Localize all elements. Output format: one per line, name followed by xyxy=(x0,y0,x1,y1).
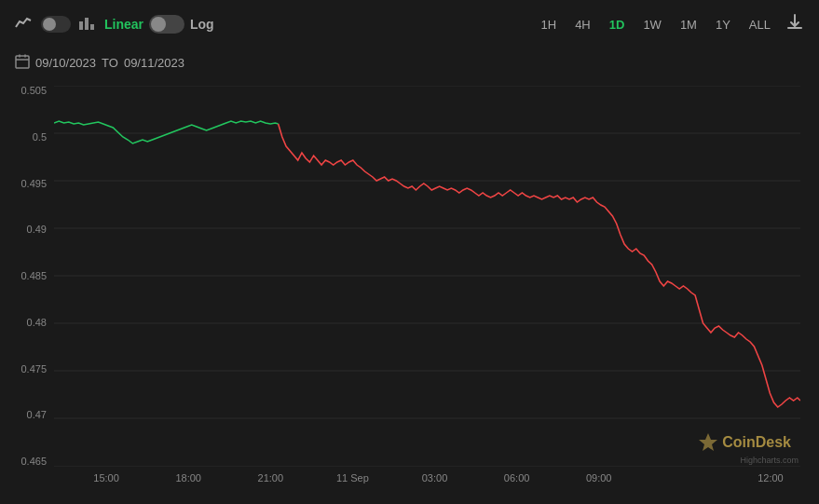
toolbar: Linear Log 1H 4H 1D 1W 1M 1Y ALL xyxy=(0,0,819,48)
time-1y[interactable]: 1Y xyxy=(712,16,734,34)
time-1h[interactable]: 1H xyxy=(538,16,561,34)
linear-label: Linear xyxy=(104,17,143,32)
y-label-0485: 0.485 xyxy=(20,271,47,281)
x-label-1200: 12:00 xyxy=(758,472,784,484)
x-label-1500: 15:00 xyxy=(93,472,119,484)
highcharts-credit: Highcharts.com xyxy=(740,456,799,465)
log-toggle-switch[interactable] xyxy=(149,15,184,34)
svg-marker-13 xyxy=(699,433,717,451)
y-label-050: 0.5 xyxy=(33,132,47,143)
svg-rect-3 xyxy=(16,56,29,68)
chart-style-toggle[interactable] xyxy=(41,16,71,33)
download-button[interactable] xyxy=(785,13,804,36)
x-label-11sep: 11 Sep xyxy=(336,472,369,484)
y-label-0475: 0.475 xyxy=(20,364,47,375)
chart-svg xyxy=(54,86,800,467)
y-axis: 0.505 0.5 0.495 0.49 0.485 0.48 0.475 0.… xyxy=(0,86,54,467)
time-1d[interactable]: 1D xyxy=(606,16,629,34)
x-label-0600: 06:00 xyxy=(504,472,530,484)
y-label-0495: 0.495 xyxy=(20,179,47,189)
line-chart-icon[interactable] xyxy=(15,14,34,34)
svg-rect-0 xyxy=(79,21,83,30)
time-1w[interactable]: 1W xyxy=(639,16,665,34)
date-bar: 09/10/2023 TO 09/11/2023 xyxy=(0,48,819,76)
y-label-0505: 0.505 xyxy=(20,86,47,96)
to-date: 09/11/2023 xyxy=(124,56,184,70)
coindesk-label: CoinDesk xyxy=(722,434,791,451)
y-label-047: 0.47 xyxy=(27,410,47,420)
x-label-0900: 09:00 xyxy=(586,472,612,484)
chart-area: 0.505 0.5 0.495 0.49 0.485 0.48 0.475 0.… xyxy=(0,76,819,504)
to-label: TO xyxy=(102,56,118,70)
svg-rect-2 xyxy=(90,24,94,30)
toolbar-left: Linear Log xyxy=(15,14,214,34)
y-label-0465: 0.465 xyxy=(20,456,47,467)
x-axis: 15:00 18:00 21:00 11 Sep 03:00 06:00 09:… xyxy=(54,467,800,504)
x-label-0300: 03:00 xyxy=(422,472,448,484)
svg-rect-1 xyxy=(85,18,89,30)
from-date: 09/10/2023 xyxy=(35,56,96,70)
time-4h[interactable]: 4H xyxy=(571,16,594,34)
coindesk-watermark: CoinDesk xyxy=(698,432,791,453)
x-label-2100: 21:00 xyxy=(258,472,284,484)
time-all[interactable]: ALL xyxy=(745,16,774,34)
time-1m[interactable]: 1M xyxy=(676,16,701,34)
calendar-icon xyxy=(15,54,30,72)
x-label-1800: 18:00 xyxy=(175,472,201,484)
bar-chart-icon[interactable] xyxy=(78,14,95,34)
y-label-048: 0.48 xyxy=(27,318,47,328)
toolbar-right: 1H 4H 1D 1W 1M 1Y ALL xyxy=(538,13,804,36)
linear-log-toggle: Linear Log xyxy=(104,15,214,34)
chart-type-icons xyxy=(15,14,95,34)
y-label-049: 0.49 xyxy=(27,225,47,235)
log-label: Log xyxy=(190,17,214,32)
